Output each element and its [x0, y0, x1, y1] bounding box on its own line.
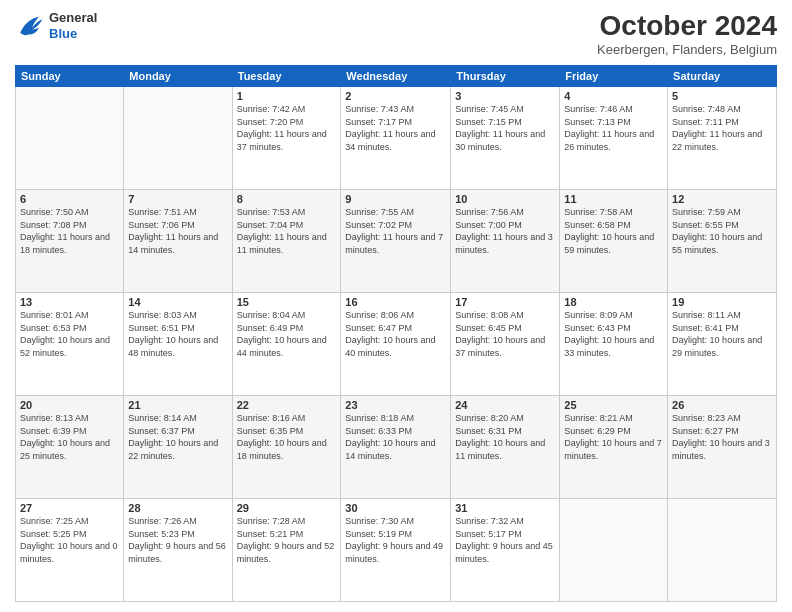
sunrise-time: Sunrise: 8:13 AM: [20, 412, 119, 425]
daylight-hours: Daylight: 10 hours and 11 minutes.: [455, 437, 555, 462]
day-info: Sunrise: 8:08 AMSunset: 6:45 PMDaylight:…: [455, 309, 555, 359]
table-row: 26Sunrise: 8:23 AMSunset: 6:27 PMDayligh…: [668, 396, 777, 499]
sunrise-time: Sunrise: 7:50 AM: [20, 206, 119, 219]
day-number: 30: [345, 502, 446, 514]
table-row: [16, 87, 124, 190]
day-number: 25: [564, 399, 663, 411]
logo-text: General Blue: [49, 10, 97, 41]
sunset-time: Sunset: 6:37 PM: [128, 425, 227, 438]
day-number: 10: [455, 193, 555, 205]
daylight-hours: Daylight: 9 hours and 49 minutes.: [345, 540, 446, 565]
day-number: 31: [455, 502, 555, 514]
sunrise-time: Sunrise: 7:53 AM: [237, 206, 337, 219]
sunset-time: Sunset: 7:11 PM: [672, 116, 772, 129]
daylight-hours: Daylight: 10 hours and 52 minutes.: [20, 334, 119, 359]
table-row: 16Sunrise: 8:06 AMSunset: 6:47 PMDayligh…: [341, 293, 451, 396]
sunset-time: Sunset: 7:17 PM: [345, 116, 446, 129]
day-info: Sunrise: 7:26 AMSunset: 5:23 PMDaylight:…: [128, 515, 227, 565]
sunrise-time: Sunrise: 7:55 AM: [345, 206, 446, 219]
day-info: Sunrise: 8:14 AMSunset: 6:37 PMDaylight:…: [128, 412, 227, 462]
table-row: 12Sunrise: 7:59 AMSunset: 6:55 PMDayligh…: [668, 190, 777, 293]
day-number: 3: [455, 90, 555, 102]
day-number: 29: [237, 502, 337, 514]
table-row: 2Sunrise: 7:43 AMSunset: 7:17 PMDaylight…: [341, 87, 451, 190]
table-row: 14Sunrise: 8:03 AMSunset: 6:51 PMDayligh…: [124, 293, 232, 396]
sunrise-time: Sunrise: 8:18 AM: [345, 412, 446, 425]
table-row: 20Sunrise: 8:13 AMSunset: 6:39 PMDayligh…: [16, 396, 124, 499]
table-row: 23Sunrise: 8:18 AMSunset: 6:33 PMDayligh…: [341, 396, 451, 499]
page: General Blue October 2024 Keerbergen, Fl…: [0, 0, 792, 612]
col-sunday: Sunday: [16, 66, 124, 87]
day-info: Sunrise: 7:28 AMSunset: 5:21 PMDaylight:…: [237, 515, 337, 565]
day-number: 5: [672, 90, 772, 102]
day-number: 12: [672, 193, 772, 205]
col-saturday: Saturday: [668, 66, 777, 87]
daylight-hours: Daylight: 11 hours and 26 minutes.: [564, 128, 663, 153]
sunset-time: Sunset: 7:02 PM: [345, 219, 446, 232]
day-number: 28: [128, 502, 227, 514]
table-row: 25Sunrise: 8:21 AMSunset: 6:29 PMDayligh…: [560, 396, 668, 499]
week-row-3: 13Sunrise: 8:01 AMSunset: 6:53 PMDayligh…: [16, 293, 777, 396]
day-info: Sunrise: 7:32 AMSunset: 5:17 PMDaylight:…: [455, 515, 555, 565]
day-info: Sunrise: 7:30 AMSunset: 5:19 PMDaylight:…: [345, 515, 446, 565]
week-row-1: 1Sunrise: 7:42 AMSunset: 7:20 PMDaylight…: [16, 87, 777, 190]
header: General Blue October 2024 Keerbergen, Fl…: [15, 10, 777, 57]
daylight-hours: Daylight: 10 hours and 7 minutes.: [564, 437, 663, 462]
daylight-hours: Daylight: 10 hours and 37 minutes.: [455, 334, 555, 359]
sunset-time: Sunset: 6:35 PM: [237, 425, 337, 438]
sunset-time: Sunset: 6:49 PM: [237, 322, 337, 335]
table-row: 30Sunrise: 7:30 AMSunset: 5:19 PMDayligh…: [341, 499, 451, 602]
day-info: Sunrise: 8:04 AMSunset: 6:49 PMDaylight:…: [237, 309, 337, 359]
table-row: 6Sunrise: 7:50 AMSunset: 7:08 PMDaylight…: [16, 190, 124, 293]
table-row: 19Sunrise: 8:11 AMSunset: 6:41 PMDayligh…: [668, 293, 777, 396]
day-info: Sunrise: 8:20 AMSunset: 6:31 PMDaylight:…: [455, 412, 555, 462]
table-row: 13Sunrise: 8:01 AMSunset: 6:53 PMDayligh…: [16, 293, 124, 396]
table-row: 24Sunrise: 8:20 AMSunset: 6:31 PMDayligh…: [451, 396, 560, 499]
daylight-hours: Daylight: 10 hours and 22 minutes.: [128, 437, 227, 462]
logo-general: General: [49, 10, 97, 26]
table-row: [560, 499, 668, 602]
day-number: 13: [20, 296, 119, 308]
day-info: Sunrise: 8:03 AMSunset: 6:51 PMDaylight:…: [128, 309, 227, 359]
col-wednesday: Wednesday: [341, 66, 451, 87]
week-row-2: 6Sunrise: 7:50 AMSunset: 7:08 PMDaylight…: [16, 190, 777, 293]
sunset-time: Sunset: 7:15 PM: [455, 116, 555, 129]
sunset-time: Sunset: 6:45 PM: [455, 322, 555, 335]
sunrise-time: Sunrise: 8:08 AM: [455, 309, 555, 322]
sunrise-time: Sunrise: 7:46 AM: [564, 103, 663, 116]
table-row: 5Sunrise: 7:48 AMSunset: 7:11 PMDaylight…: [668, 87, 777, 190]
daylight-hours: Daylight: 10 hours and 55 minutes.: [672, 231, 772, 256]
day-number: 18: [564, 296, 663, 308]
day-info: Sunrise: 7:58 AMSunset: 6:58 PMDaylight:…: [564, 206, 663, 256]
day-number: 22: [237, 399, 337, 411]
table-row: 31Sunrise: 7:32 AMSunset: 5:17 PMDayligh…: [451, 499, 560, 602]
table-row: 8Sunrise: 7:53 AMSunset: 7:04 PMDaylight…: [232, 190, 341, 293]
sunset-time: Sunset: 6:33 PM: [345, 425, 446, 438]
day-info: Sunrise: 7:55 AMSunset: 7:02 PMDaylight:…: [345, 206, 446, 256]
table-row: 29Sunrise: 7:28 AMSunset: 5:21 PMDayligh…: [232, 499, 341, 602]
day-number: 19: [672, 296, 772, 308]
sunset-time: Sunset: 6:51 PM: [128, 322, 227, 335]
daylight-hours: Daylight: 10 hours and 48 minutes.: [128, 334, 227, 359]
sunset-time: Sunset: 6:29 PM: [564, 425, 663, 438]
title-block: October 2024 Keerbergen, Flanders, Belgi…: [597, 10, 777, 57]
sunrise-time: Sunrise: 8:23 AM: [672, 412, 772, 425]
sunset-time: Sunset: 6:31 PM: [455, 425, 555, 438]
daylight-hours: Daylight: 9 hours and 52 minutes.: [237, 540, 337, 565]
daylight-hours: Daylight: 10 hours and 59 minutes.: [564, 231, 663, 256]
sunset-time: Sunset: 5:19 PM: [345, 528, 446, 541]
day-info: Sunrise: 7:50 AMSunset: 7:08 PMDaylight:…: [20, 206, 119, 256]
sunset-time: Sunset: 6:39 PM: [20, 425, 119, 438]
daylight-hours: Daylight: 11 hours and 14 minutes.: [128, 231, 227, 256]
daylight-hours: Daylight: 10 hours and 0 minutes.: [20, 540, 119, 565]
table-row: 15Sunrise: 8:04 AMSunset: 6:49 PMDayligh…: [232, 293, 341, 396]
sunrise-time: Sunrise: 7:25 AM: [20, 515, 119, 528]
col-tuesday: Tuesday: [232, 66, 341, 87]
day-number: 8: [237, 193, 337, 205]
sunset-time: Sunset: 6:43 PM: [564, 322, 663, 335]
sunrise-time: Sunrise: 8:01 AM: [20, 309, 119, 322]
sunset-time: Sunset: 7:00 PM: [455, 219, 555, 232]
sunrise-time: Sunrise: 7:56 AM: [455, 206, 555, 219]
daylight-hours: Daylight: 10 hours and 33 minutes.: [564, 334, 663, 359]
table-row: 11Sunrise: 7:58 AMSunset: 6:58 PMDayligh…: [560, 190, 668, 293]
